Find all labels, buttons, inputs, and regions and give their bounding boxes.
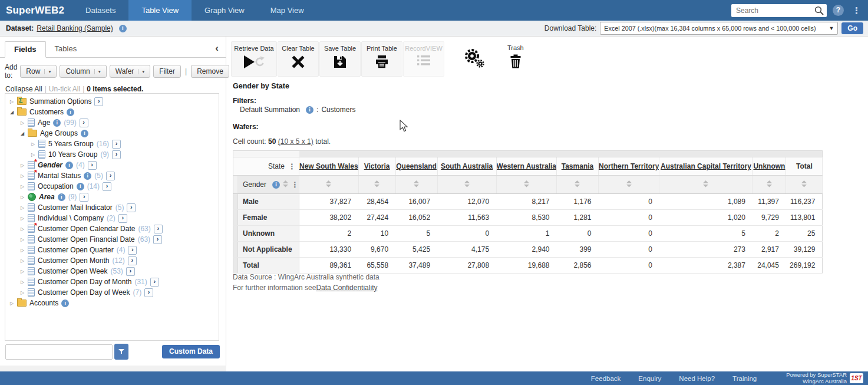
column-header-western-australia[interactable]: Western Australia: [497, 162, 556, 170]
search-input[interactable]: [731, 4, 827, 17]
tree-item-label[interactable]: Customer Open Week: [38, 267, 108, 275]
expand-toggle-icon[interactable]: [18, 163, 27, 168]
tree-item-label[interactable]: Age Groups: [40, 129, 78, 137]
tab-graph-view[interactable]: Graph View: [192, 0, 258, 21]
collapse-toggle-icon[interactable]: [8, 110, 16, 115]
jump-to-icon[interactable]: [94, 97, 103, 106]
jump-to-icon[interactable]: [126, 267, 135, 276]
tree-item-label[interactable]: Customer Open Day of Month: [38, 278, 131, 286]
column-header-victoria[interactable]: Victoria: [364, 162, 390, 170]
tab-fields[interactable]: Fields: [5, 41, 46, 58]
column-menu-icon[interactable]: [288, 162, 296, 171]
expand-toggle-icon[interactable]: [8, 301, 16, 306]
tab-table-view[interactable]: Table View: [128, 0, 192, 21]
column-header-australian-capital-territory[interactable]: Australian Capital Territory: [661, 162, 751, 170]
tree-item-label[interactable]: Customer Mail Indicator: [38, 203, 113, 212]
add-to-remove-button[interactable]: Remove: [191, 65, 229, 78]
tree-item-label[interactable]: Individual \ Company: [38, 214, 104, 222]
save-table-button[interactable]: Save Table: [319, 41, 361, 77]
help-icon[interactable]: [833, 5, 844, 16]
table-options-button[interactable]: [464, 48, 486, 70]
expand-toggle-icon[interactable]: [18, 258, 27, 264]
clear-table-button[interactable]: Clear Table: [278, 41, 319, 77]
download-format-select[interactable]: Excel 2007 (.xlsx)(max 16,384 columns x …: [600, 22, 838, 35]
jump-to-icon[interactable]: [127, 203, 136, 212]
tree-item-label[interactable]: Summation Options: [29, 97, 91, 106]
tab-map-view[interactable]: Map View: [258, 0, 317, 21]
tree-item-label[interactable]: Customer Open Calendar Date: [38, 225, 135, 233]
field-filter-dropdown[interactable]: [114, 344, 128, 360]
sort-icon[interactable]: [414, 180, 419, 189]
sort-icon[interactable]: [703, 180, 708, 189]
sort-icon[interactable]: [374, 180, 379, 189]
expand-toggle-icon[interactable]: [18, 237, 27, 242]
superstar-logo[interactable]: 1ST: [850, 373, 863, 383]
info-icon[interactable]: [77, 183, 84, 190]
column-header-northern-territory[interactable]: Northern Territory: [599, 162, 659, 170]
info-icon[interactable]: [53, 119, 61, 127]
info-icon[interactable]: [65, 162, 73, 169]
sort-icon[interactable]: [801, 180, 807, 189]
jump-to-icon[interactable]: [112, 150, 121, 159]
row-header-female[interactable]: Female: [238, 210, 299, 226]
row-header-male[interactable]: Male: [238, 194, 299, 210]
jump-to-icon[interactable]: [88, 161, 97, 170]
column-header-south-australia[interactable]: South Australia: [441, 162, 493, 170]
sort-icon[interactable]: [575, 180, 580, 189]
info-icon[interactable]: [58, 193, 65, 201]
expand-toggle-icon[interactable]: [18, 226, 27, 232]
column-header-unknown[interactable]: Unknown: [753, 162, 785, 170]
expand-toggle-icon[interactable]: [18, 216, 27, 221]
sort-icon[interactable]: [326, 180, 331, 189]
add-to-column-button[interactable]: Column: [60, 65, 106, 78]
tree-item-label[interactable]: Marital Status: [38, 172, 81, 180]
sort-icon[interactable]: [464, 180, 470, 189]
tab-tables[interactable]: Tables: [46, 41, 86, 57]
jump-to-icon[interactable]: [150, 278, 159, 287]
tree-item-label[interactable]: Gender: [38, 161, 62, 169]
tree-item-label[interactable]: Customers: [29, 108, 64, 116]
jump-to-icon[interactable]: [128, 246, 137, 255]
jump-to-icon[interactable]: [80, 193, 88, 202]
jump-to-icon[interactable]: [144, 288, 153, 297]
custom-data-button[interactable]: Custom Data: [162, 345, 220, 358]
expand-toggle-icon[interactable]: [18, 248, 27, 253]
add-to-row-button[interactable]: Row: [20, 65, 57, 78]
info-icon[interactable]: [84, 172, 91, 180]
collapse-all-link[interactable]: Collapse All: [5, 85, 42, 93]
footer-link-training[interactable]: Training: [732, 375, 757, 382]
footer-link-feedback[interactable]: Feedback: [591, 375, 621, 382]
column-header-queensland[interactable]: Queensland: [396, 162, 437, 170]
expand-toggle-icon[interactable]: [18, 290, 27, 295]
footer-link-enquiry[interactable]: Enquiry: [638, 375, 661, 382]
row-menu-icon[interactable]: [291, 180, 299, 189]
column-header-new-south-wales[interactable]: New South Wales: [299, 162, 358, 170]
row-header-unknown[interactable]: Unknown: [238, 226, 299, 242]
tree-item-label[interactable]: 5 Years Group: [48, 140, 94, 148]
jump-to-icon[interactable]: [103, 182, 111, 191]
jump-to-icon[interactable]: [118, 214, 127, 223]
data-confidentiality-link[interactable]: Data Confidentiality: [316, 284, 377, 292]
expand-toggle-icon[interactable]: [18, 279, 27, 285]
column-header-tasmania[interactable]: Tasmania: [562, 162, 593, 170]
print-table-button[interactable]: Print Table: [361, 41, 402, 77]
info-icon[interactable]: [272, 181, 280, 189]
trash-button[interactable]: Trash: [507, 41, 524, 77]
info-icon[interactable]: [81, 130, 88, 137]
expand-toggle-icon[interactable]: [18, 184, 27, 189]
overflow-menu-icon[interactable]: [852, 5, 861, 16]
dataset-link[interactable]: Retail Banking (Sample): [37, 24, 113, 32]
tab-datasets[interactable]: Datasets: [72, 0, 128, 21]
info-icon[interactable]: [306, 106, 313, 114]
tree-item-label[interactable]: Customer Open Financial Date: [38, 235, 135, 243]
jump-to-icon[interactable]: [112, 140, 121, 149]
tree-item-label[interactable]: Age: [38, 119, 50, 127]
tree-item-label[interactable]: Customer Open Day of Week: [38, 288, 130, 297]
jump-to-icon[interactable]: [128, 256, 137, 265]
add-to-filter-button[interactable]: Filter: [153, 65, 181, 78]
sort-icon[interactable]: [626, 180, 632, 189]
jump-to-icon[interactable]: [80, 119, 88, 127]
field-search-input[interactable]: [5, 344, 113, 360]
retrieve-data-button[interactable]: Retrieve Data: [231, 41, 277, 77]
expand-toggle-icon[interactable]: [8, 99, 16, 104]
